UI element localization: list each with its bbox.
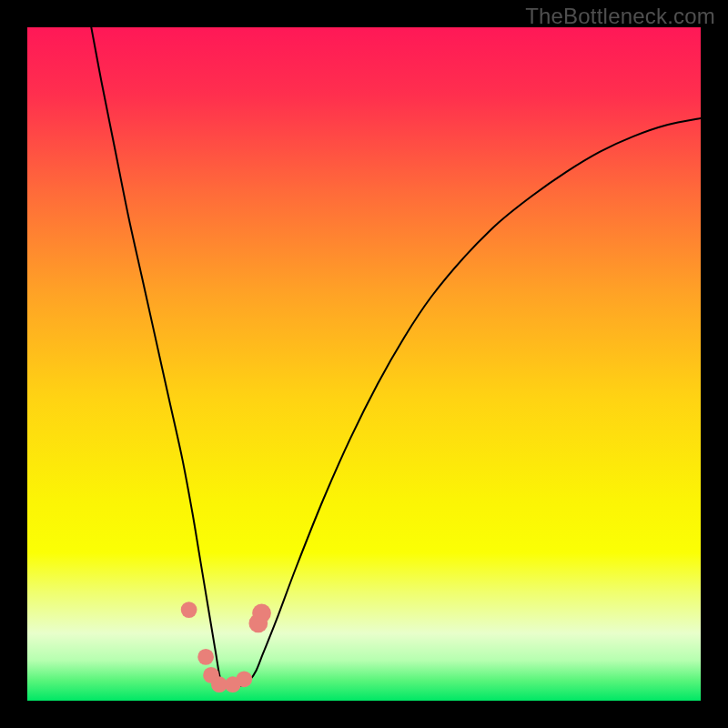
chart-frame: TheBottleneck.com [0, 0, 728, 728]
data-marker [197, 649, 214, 665]
data-marker [181, 602, 197, 618]
chart-plot-area [27, 27, 701, 701]
bottleneck-chart [27, 27, 701, 701]
chart-background [27, 27, 701, 701]
data-marker [252, 603, 271, 622]
data-marker [236, 671, 252, 687]
watermark-text: TheBottleneck.com [525, 4, 715, 29]
